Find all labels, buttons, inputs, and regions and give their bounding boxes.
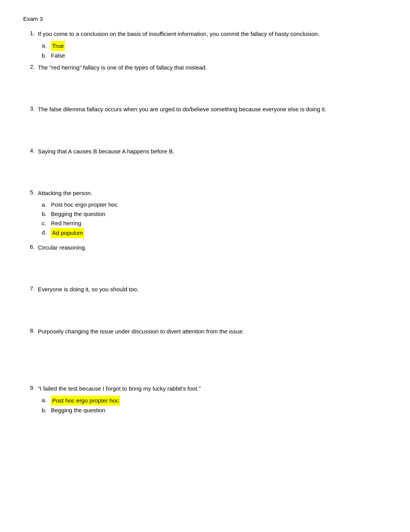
option-letter: a. bbox=[42, 41, 49, 50]
list-item: c. Red herring bbox=[42, 219, 387, 228]
spacer bbox=[23, 369, 387, 384]
spacer bbox=[23, 158, 387, 189]
option-text: Begging the question bbox=[51, 209, 105, 219]
question-content: If you come to a conclusion on the basis… bbox=[38, 30, 387, 60]
question-text: "I failed the test because I forgot to b… bbox=[38, 384, 387, 393]
question-content: The false dilemma fallacy occurs when yo… bbox=[38, 105, 387, 116]
list-item: 5 Attacking the person. a. Post hoc ergo… bbox=[23, 189, 387, 238]
option-text: Post hoc ergo propter hoc bbox=[51, 396, 120, 406]
question-content: Purposely changing the issue under discu… bbox=[38, 327, 387, 338]
list-item: b. Begging the question bbox=[42, 406, 387, 415]
question-number: 8 bbox=[23, 327, 35, 334]
question-number: 9 bbox=[23, 384, 35, 391]
option-letter: d. bbox=[42, 228, 49, 237]
question-number: 1 bbox=[23, 30, 35, 36]
options-list: a. True b. False bbox=[42, 41, 387, 60]
question-number: 4 bbox=[23, 147, 35, 154]
question-content: The "red herring" fallacy is one of the … bbox=[38, 63, 387, 75]
option-text: False bbox=[51, 51, 65, 60]
question-content: Circular reasoning. bbox=[38, 243, 387, 255]
list-item: 1 If you come to a conclusion on the bas… bbox=[23, 30, 387, 60]
list-item: a. True bbox=[42, 41, 387, 51]
option-letter: b. bbox=[42, 51, 49, 60]
question-number: 2 bbox=[23, 63, 35, 70]
question-text: Everyone is doing it, so you should too. bbox=[38, 285, 387, 294]
option-letter: b. bbox=[42, 209, 49, 219]
question-content: Everyone is doing it, so you should too. bbox=[38, 285, 387, 296]
option-letter: a. bbox=[42, 200, 49, 209]
list-item: 2 The "red herring" fallacy is one of th… bbox=[23, 63, 387, 75]
question-text: The "red herring" fallacy is one of the … bbox=[38, 63, 387, 72]
question-number: 3 bbox=[23, 105, 35, 112]
options-list: a. Post hoc ergo propter hoc b. Begging … bbox=[42, 396, 387, 415]
option-text: Ad populum bbox=[51, 228, 84, 238]
question-text: The false dilemma fallacy occurs when yo… bbox=[38, 105, 387, 114]
spacer bbox=[23, 296, 387, 327]
option-text: True bbox=[51, 41, 65, 51]
question-content: Attacking the person. a. Post hoc ergo p… bbox=[38, 189, 387, 238]
question-text: Circular reasoning. bbox=[38, 243, 387, 252]
option-text: Begging the question bbox=[51, 406, 105, 415]
option-letter: b. bbox=[42, 406, 49, 415]
exam-container: Exam 3 1 If you come to a conclusion on … bbox=[23, 15, 387, 415]
list-item: 8 Purposely changing the issue under dis… bbox=[23, 327, 387, 338]
question-content: Saying that A causes B because A happens… bbox=[38, 147, 387, 158]
option-text: Red herring bbox=[51, 219, 81, 228]
option-letter: c. bbox=[42, 219, 49, 228]
spacer bbox=[23, 254, 387, 285]
question-content: "I failed the test because I forgot to b… bbox=[38, 384, 387, 415]
exam-title: Exam 3 bbox=[23, 15, 387, 22]
list-item: a. Post hoc ergo propter hoc bbox=[42, 396, 387, 406]
list-item: 3 The false dilemma fallacy occurs when … bbox=[23, 105, 387, 116]
list-item: 9 "I failed the test because I forgot to… bbox=[23, 384, 387, 415]
list-item: b. False bbox=[42, 51, 387, 60]
question-number: 5 bbox=[23, 189, 35, 195]
question-text: Purposely changing the issue under discu… bbox=[38, 327, 387, 336]
question-text: Saying that A causes B because A happens… bbox=[38, 147, 387, 156]
question-number: 7 bbox=[23, 285, 35, 292]
option-letter: a. bbox=[42, 396, 49, 405]
question-number: 6 bbox=[23, 243, 35, 250]
list-item: b. Begging the question bbox=[42, 209, 387, 219]
list-item: 7 Everyone is doing it, so you should to… bbox=[23, 285, 387, 296]
spacer bbox=[23, 74, 387, 105]
spacer bbox=[23, 338, 387, 369]
list-item: a. Post hoc ergo propter hoc bbox=[42, 200, 387, 209]
list-item: d. Ad populum bbox=[42, 228, 387, 238]
questions-list: 1 If you come to a conclusion on the bas… bbox=[23, 30, 387, 415]
list-item: 6 Circular reasoning. bbox=[23, 243, 387, 255]
spacer bbox=[23, 116, 387, 147]
option-text: Post hoc ergo propter hoc bbox=[51, 200, 118, 209]
question-text: Attacking the person. bbox=[38, 189, 387, 198]
question-text: If you come to a conclusion on the basis… bbox=[38, 30, 387, 39]
options-list: a. Post hoc ergo propter hoc b. Begging … bbox=[42, 200, 387, 238]
list-item: 4 Saying that A causes B because A happe… bbox=[23, 147, 387, 158]
